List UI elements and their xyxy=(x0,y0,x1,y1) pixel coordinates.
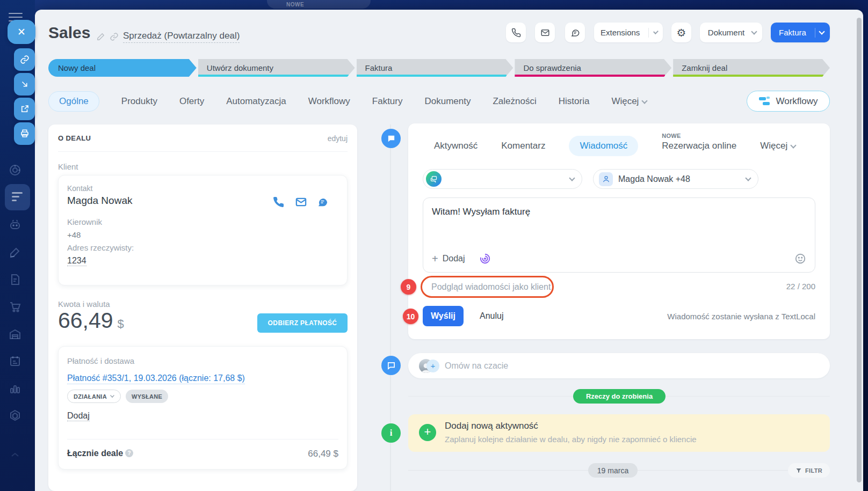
copy-title-link-icon[interactable] xyxy=(110,32,119,41)
more-label: Więcej xyxy=(611,96,639,107)
stage-underline xyxy=(198,75,349,77)
sidebar-item-crm-active[interactable] xyxy=(5,184,30,210)
step-badge-10: 10 xyxy=(403,309,418,324)
address-value[interactable]: 1234 xyxy=(67,256,86,266)
message-textarea[interactable]: Witam! Wysyłam fakturę + Dodaj xyxy=(423,197,815,273)
copy-link-button[interactable] xyxy=(14,48,35,71)
scrollbar-thumb[interactable] xyxy=(857,18,862,482)
call-button[interactable] xyxy=(506,23,526,42)
open-new-window-button[interactable] xyxy=(14,98,35,120)
sidebar-item-robot-icon[interactable] xyxy=(9,218,21,231)
contact-card[interactable]: Kontakt Magda Nowak Kierownik +48 Adres … xyxy=(58,175,348,285)
payment-link[interactable]: Płatność #353/1, 19.03.2026 (łącznie: 17… xyxy=(67,373,245,384)
timeline-chat-icon xyxy=(381,356,401,375)
sidebar-item-warehouse-icon[interactable] xyxy=(9,328,21,341)
timeline-tab-komentarz[interactable]: Komentarz xyxy=(501,141,545,151)
date-separator: 19 marca xyxy=(588,463,638,478)
more-label: Więcej xyxy=(760,141,787,151)
tab-workflowy[interactable]: Workflowy xyxy=(308,96,350,107)
timeline-tab-rezerwacja[interactable]: NOWE Rezerwacja online xyxy=(662,141,736,151)
sidebar-item-calendar-icon[interactable] xyxy=(9,355,21,368)
step-badge-9: 9 xyxy=(401,279,416,295)
edit-link[interactable]: edytuj xyxy=(328,134,348,143)
preview-highlight-box: Podgląd wiadomości jako klient xyxy=(421,276,554,298)
sender-select[interactable] xyxy=(423,169,582,189)
sidebar-collapse-icon[interactable] xyxy=(9,449,21,461)
sidebar-item-cart-icon[interactable] xyxy=(9,301,21,313)
contact-name[interactable]: Magda Nowak xyxy=(67,195,132,207)
dokument-label: Dokument xyxy=(701,28,751,37)
tab-wiecej[interactable]: Więcej xyxy=(611,96,647,107)
tab-faktury[interactable]: Faktury xyxy=(372,96,403,107)
filter-button[interactable]: FILTR xyxy=(788,463,830,478)
tab-automatyzacja[interactable]: Automatyzacja xyxy=(226,96,286,107)
preview-as-client-link[interactable]: Podgląd wiadomości jako klient xyxy=(431,282,551,292)
add-activity-card[interactable]: + Dodaj nową aktywność Zaplanuj kolejne … xyxy=(408,414,830,452)
collect-payment-button[interactable]: ODBIERZ PŁATNOŚĆ xyxy=(257,313,348,333)
sidebar-item-target-icon[interactable] xyxy=(9,164,21,177)
tab-historia[interactable]: Historia xyxy=(559,96,590,107)
stage-utworz-dokumenty[interactable]: Utwórz dokumenty xyxy=(198,59,355,77)
payment-status-badge: WYSŁANE xyxy=(126,390,168,403)
tab-produkty[interactable]: Produkty xyxy=(121,96,157,107)
stage-label: Do sprawdzenia xyxy=(523,63,581,72)
chat-input-card[interactable]: + Omów na czacie xyxy=(408,353,830,378)
close-panel-button[interactable]: ✕ xyxy=(8,20,35,44)
contact-email-button[interactable] xyxy=(295,196,307,208)
pipeline-selector[interactable]: Sprzedaż (Powtarzalny deal) xyxy=(123,31,240,43)
extensions-label: Extensions xyxy=(594,28,646,37)
mail-icon xyxy=(540,28,550,38)
manager-label: Kierownik xyxy=(67,217,102,226)
deal-info-card: O DEALU edytuj Klient Kontakt Magda Nowa… xyxy=(48,124,357,491)
payment-add-link[interactable]: Dodaj xyxy=(67,411,90,421)
sidebar-item-chart-icon[interactable] xyxy=(9,382,21,395)
actions-label: DZIAŁANIA xyxy=(74,393,107,400)
sidebar-item-document-icon[interactable] xyxy=(9,273,21,286)
stage-nowy-deal[interactable]: Nowy deal xyxy=(48,59,197,77)
email-button[interactable] xyxy=(535,23,555,42)
sidebar-item-sign-icon[interactable] xyxy=(9,246,21,259)
add-activity-title: Dodaj nową aktywność xyxy=(445,421,538,431)
contact-phone[interactable]: +48 xyxy=(67,230,81,239)
add-participant-icon[interactable]: + xyxy=(426,360,439,372)
timeline-tab-wiadomosc[interactable]: Wiadomość xyxy=(569,136,638,156)
collapse-panel-button[interactable] xyxy=(14,73,35,96)
tab-zaleznosci[interactable]: Zależności xyxy=(493,96,536,107)
emoji-icon[interactable] xyxy=(794,253,806,265)
send-button[interactable]: Wyślij xyxy=(423,306,464,326)
sms-button[interactable] xyxy=(565,23,585,42)
contact-sms-button[interactable] xyxy=(316,196,329,208)
phone-icon xyxy=(272,196,285,208)
print-button[interactable] xyxy=(14,122,35,145)
timeline-tab-wiecej[interactable]: Więcej xyxy=(760,141,795,151)
faktura-button[interactable]: Faktura xyxy=(771,23,830,42)
attach-add-button[interactable]: + Dodaj xyxy=(432,253,465,264)
tab-ogolne[interactable]: Ogólne xyxy=(48,91,99,112)
timeline-tab-aktywnosc[interactable]: Aktywność xyxy=(434,141,478,151)
contact-type-label: Kontakt xyxy=(67,184,92,193)
add-activity-plus-icon[interactable]: + xyxy=(419,424,436,441)
payment-actions-dropdown[interactable]: DZIAŁANIA xyxy=(67,390,121,403)
edit-title-icon[interactable] xyxy=(96,32,105,41)
dokument-dropdown[interactable]: Dokument xyxy=(700,23,762,42)
copilot-icon[interactable] xyxy=(479,253,491,265)
settings-button[interactable]: ⚙ xyxy=(671,23,691,42)
recipient-select[interactable]: Magda Nowak +48 xyxy=(593,169,758,189)
external-link-icon xyxy=(20,104,30,114)
stage-do-sprawdzenia[interactable]: Do sprawdzenia xyxy=(515,59,671,77)
workflows-label: Workflowy xyxy=(776,96,818,107)
info-icon: i xyxy=(390,428,393,438)
chat-placeholder: Omów na czacie xyxy=(445,361,508,371)
stage-faktura[interactable]: Faktura xyxy=(357,59,513,77)
funnel-icon xyxy=(795,467,802,474)
timeline-info-icon: i xyxy=(381,423,401,443)
tab-dokumenty[interactable]: Dokumenty xyxy=(425,96,471,107)
extensions-dropdown[interactable]: Extensions xyxy=(594,23,663,42)
help-icon[interactable]: ? xyxy=(125,449,133,457)
tab-oferty[interactable]: Oferty xyxy=(179,96,204,107)
cancel-button[interactable]: Anuluj xyxy=(480,311,503,321)
stage-zamknij-deal[interactable]: Zamknij deal xyxy=(673,59,830,77)
sidebar-item-apps-icon[interactable] xyxy=(9,409,21,422)
workflows-button[interactable]: Workflowy xyxy=(747,91,830,112)
contact-call-button[interactable] xyxy=(272,196,285,208)
